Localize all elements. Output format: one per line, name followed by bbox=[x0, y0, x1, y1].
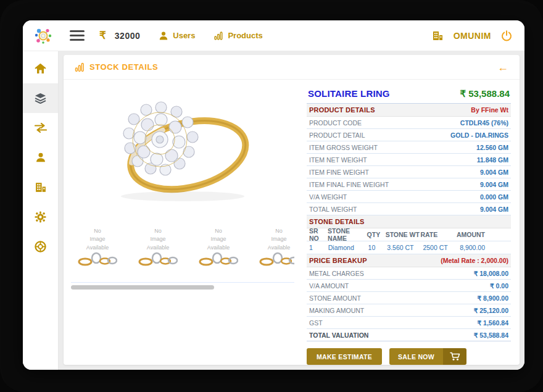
user-icon bbox=[159, 31, 168, 41]
stone-wt: 3.560 CT bbox=[387, 244, 423, 251]
menu-toggle-button[interactable] bbox=[70, 28, 85, 43]
detail-value: 9.004 GM bbox=[480, 169, 508, 176]
col-amount: AMOUNT bbox=[457, 231, 508, 238]
sidebar-item-transfer[interactable] bbox=[23, 113, 58, 143]
section-price-breakup: PRICE BREAKUP (Metal Rate : 2,000.00) bbox=[307, 254, 511, 267]
col-rate: RATE bbox=[420, 231, 456, 238]
power-logout-icon[interactable] bbox=[501, 30, 512, 41]
bar-chart-icon bbox=[213, 31, 223, 41]
user-icon bbox=[35, 152, 46, 163]
price-label: MAKING AMOUNT bbox=[309, 307, 364, 314]
price-label: V/A AMOUNT bbox=[309, 282, 349, 290]
detail-label: TOTAL WEIGHT bbox=[309, 206, 357, 213]
detail-label: V/A WEIGHT bbox=[309, 193, 347, 201]
detail-value: 9.004 GM bbox=[480, 181, 508, 188]
rings-placeholder-image bbox=[199, 252, 238, 267]
stone-table-row: 1 Diamond 10 3.560 CT 2500 CT 8,900.00 bbox=[307, 241, 511, 254]
stone-name: Diamond bbox=[328, 244, 368, 251]
price-value: ₹ 0.00 bbox=[490, 282, 508, 290]
sidebar-item-users[interactable] bbox=[23, 143, 58, 172]
product-main-image bbox=[71, 87, 294, 217]
price-label: STONE AMOUNT bbox=[309, 294, 361, 302]
section-note: By FFine Wt bbox=[471, 106, 508, 114]
col-qty: QTY bbox=[367, 231, 386, 238]
thumbnail-3[interactable]: No Image Available bbox=[192, 222, 245, 272]
thumbnail-4[interactable]: No Image Available bbox=[252, 222, 294, 272]
detail-row: ITEM FINAL FINE WEIGHT 9.004 GM bbox=[307, 178, 511, 191]
product-gallery: No Image Available No Image Available bbox=[71, 87, 294, 359]
nav-products[interactable]: Products bbox=[213, 31, 262, 41]
sidebar-item-stock[interactable] bbox=[23, 83, 58, 113]
app-window: ₹ 32000 Users Products bbox=[23, 20, 524, 370]
product-price: ₹ 53,588.84 bbox=[460, 88, 510, 99]
make-estimate-button[interactable]: MAKE ESTIMATE bbox=[307, 348, 382, 365]
total-value: ₹ 53,588.84 bbox=[474, 332, 508, 339]
detail-value: 0.000 GM bbox=[480, 193, 508, 201]
detail-label: ITEM FINAL FINE WEIGHT bbox=[309, 181, 389, 188]
price-value: ₹ 8,900.00 bbox=[478, 294, 508, 302]
company-name: OMUNIM bbox=[454, 31, 491, 41]
nav-users[interactable]: Users bbox=[159, 31, 195, 41]
no-image-text: No Image Available bbox=[268, 227, 290, 252]
detail-row: TOTAL WEIGHT 9.004 GM bbox=[307, 203, 511, 215]
thumbnail-2[interactable]: No Image Available bbox=[131, 222, 184, 272]
col-srno: SR NO bbox=[309, 227, 328, 242]
metal-rate-note: (Metal Rate : 2,000.00) bbox=[441, 257, 508, 264]
rupee-rate-icon[interactable]: ₹ bbox=[99, 29, 106, 42]
stone-qty: 10 bbox=[368, 244, 388, 251]
rings-placeholder-image bbox=[78, 252, 117, 267]
rings-placeholder-image bbox=[138, 252, 178, 267]
page-title: STOCK DETAILS bbox=[89, 62, 158, 72]
product-title-row: SOLITAIRE LRING ₹ 53,588.84 bbox=[307, 87, 511, 104]
building-icon bbox=[35, 181, 47, 193]
price-row: STONE AMOUNT ₹ 8,900.00 bbox=[307, 292, 511, 304]
detail-label: PRODUCT DETAIL bbox=[309, 131, 365, 139]
no-image-text: No Image Available bbox=[86, 227, 109, 252]
stock-chart-icon bbox=[75, 62, 85, 72]
sidebar-item-support[interactable] bbox=[23, 231, 58, 261]
detail-label: PRODUCT CODE bbox=[309, 119, 362, 127]
stone-amount: 8,900.00 bbox=[460, 244, 508, 251]
detail-row: ITEM FINE WEIGHT 9.004 GM bbox=[307, 166, 511, 178]
section-title: PRODUCT DETAILS bbox=[309, 106, 375, 114]
app-logo-icon[interactable] bbox=[33, 25, 54, 46]
sale-now-button[interactable]: SALE NOW bbox=[389, 348, 466, 365]
detail-row: PRODUCT DETAIL GOLD - DIA.RINGS bbox=[307, 129, 511, 141]
price-row: METAL CHARGES ₹ 18,008.00 bbox=[307, 267, 511, 280]
detail-value: 9.004 GM bbox=[480, 206, 508, 213]
section-stone-details: STONE DETAILS bbox=[307, 215, 511, 228]
sidebar-item-home[interactable] bbox=[23, 54, 58, 83]
price-row: V/A AMOUNT ₹ 0.00 bbox=[307, 280, 511, 292]
stone-rate: 2500 CT bbox=[423, 244, 460, 251]
back-arrow-button[interactable]: ← bbox=[497, 62, 508, 73]
section-title: PRICE BREAKUP bbox=[309, 257, 367, 264]
price-row: MAKING AMOUNT ₹ 25,120.00 bbox=[307, 304, 511, 317]
total-label: TOTAL VALUATION bbox=[309, 332, 368, 339]
no-image-text: No Image Available bbox=[147, 227, 169, 252]
nav-products-label: Products bbox=[228, 31, 262, 40]
nav-users-label: Users bbox=[173, 31, 195, 40]
section-title: STONE DETAILS bbox=[309, 218, 365, 225]
gear-icon bbox=[35, 211, 46, 223]
home-icon bbox=[35, 64, 46, 74]
price-label: GST bbox=[309, 319, 323, 327]
col-stone-name: STONE NAME bbox=[328, 227, 367, 242]
stone-srno: 1 bbox=[309, 244, 328, 251]
top-navbar: ₹ 32000 Users Products bbox=[23, 20, 524, 51]
detail-value: GOLD - DIA.RINGS bbox=[450, 131, 508, 139]
thumbnail-scrollbar[interactable] bbox=[71, 285, 214, 290]
section-product-details: PRODUCT DETAILS By FFine Wt bbox=[307, 104, 511, 117]
sidebar-item-settings[interactable] bbox=[23, 202, 58, 231]
stock-details-card: STOCK DETAILS ← bbox=[64, 55, 520, 365]
no-image-text: No Image Available bbox=[207, 227, 230, 252]
thumbnail-1[interactable]: No Image Available bbox=[71, 222, 124, 272]
cart-icon bbox=[443, 348, 466, 365]
sale-now-label: SALE NOW bbox=[389, 348, 443, 365]
gallery-divider bbox=[71, 282, 294, 283]
product-name: SOLITAIRE LRING bbox=[308, 88, 390, 99]
company-building-icon[interactable] bbox=[432, 30, 444, 41]
sidebar-item-company[interactable] bbox=[23, 172, 58, 202]
detail-row: PRODUCT CODE CTDLR45 (76%) bbox=[307, 117, 511, 129]
price-value: ₹ 25,120.00 bbox=[474, 307, 508, 314]
detail-value: CTDLR45 (76%) bbox=[460, 119, 508, 127]
